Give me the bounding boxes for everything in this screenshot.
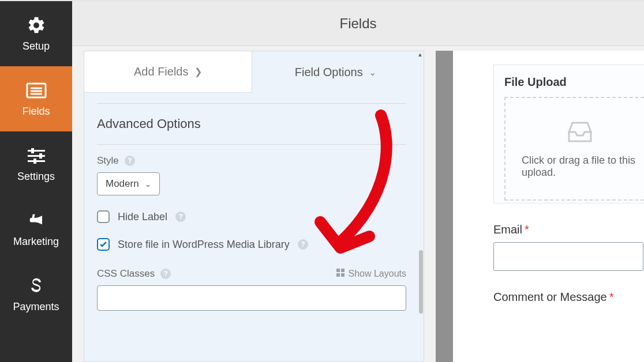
help-icon[interactable]: ? xyxy=(125,156,135,166)
style-value: Modern xyxy=(106,178,139,190)
file-upload-field[interactable]: File Upload Click or drag a file to this… xyxy=(493,65,644,203)
comment-label: Comment or Message xyxy=(493,291,607,303)
help-icon[interactable]: ? xyxy=(175,212,186,222)
sidebar-item-marketing[interactable]: Marketing xyxy=(0,197,72,262)
scrollbar-track[interactable]: ▲ xyxy=(419,51,424,362)
sidebar-item-payments[interactable]: Payments xyxy=(0,262,72,327)
sidebar-item-label: Fields xyxy=(22,105,50,118)
svg-rect-7 xyxy=(31,148,34,153)
show-layouts-label: Show Layouts xyxy=(348,269,406,279)
dollar-icon xyxy=(26,276,47,296)
gear-icon xyxy=(26,15,47,36)
svg-rect-5 xyxy=(28,155,45,157)
email-label: Email xyxy=(493,223,522,236)
css-classes-input[interactable] xyxy=(97,285,406,311)
section-title-advanced: Advanced Options xyxy=(97,104,406,144)
style-select[interactable]: Modern ⌄ xyxy=(97,172,160,195)
svg-rect-8 xyxy=(39,153,42,159)
sidebar-item-label: Setup xyxy=(23,40,50,52)
css-classes-label: CSS Classes xyxy=(97,268,155,280)
file-upload-title: File Upload xyxy=(504,76,644,89)
sidebar-item-label: Settings xyxy=(17,171,55,183)
tab-add-fields[interactable]: Add Fields ❯ xyxy=(84,51,252,93)
help-icon[interactable]: ? xyxy=(298,239,308,250)
store-media-checkbox[interactable] xyxy=(97,238,110,251)
divider xyxy=(97,144,406,145)
scroll-up-arrow[interactable]: ▲ xyxy=(417,51,423,58)
email-field-preview: Email* xyxy=(493,223,644,271)
inbox-icon xyxy=(566,119,594,146)
dropzone-text: Click or drag a file to this upload. xyxy=(522,154,638,179)
sidebar-item-settings[interactable]: Settings xyxy=(0,131,72,197)
tab-label: Field Options xyxy=(295,66,363,79)
svg-rect-11 xyxy=(341,269,345,272)
style-label: Style xyxy=(97,155,119,167)
hide-label-text: Hide Label xyxy=(118,211,167,223)
tab-field-options[interactable]: Field Options ⌄ xyxy=(252,51,420,93)
sidebar-item-label: Marketing xyxy=(13,236,59,248)
panel-divider xyxy=(436,51,453,362)
store-media-text: Store file in WordPress Media Library xyxy=(118,239,290,251)
scrollbar-thumb[interactable] xyxy=(419,250,423,314)
comment-field-preview: Comment or Message* xyxy=(493,291,644,304)
sliders-icon xyxy=(26,145,47,166)
page-title: Fields xyxy=(339,16,376,32)
file-dropzone[interactable]: Click or drag a file to this upload. xyxy=(504,97,644,201)
sidebar-item-label: Payments xyxy=(13,301,59,313)
svg-rect-10 xyxy=(336,269,340,272)
sidebar: Setup Fields Settings Marketing Payments xyxy=(0,1,72,362)
hide-label-checkbox[interactable] xyxy=(97,210,110,223)
page-header: Fields xyxy=(72,1,644,46)
help-icon[interactable]: ? xyxy=(160,269,171,279)
svg-rect-13 xyxy=(341,273,345,277)
svg-rect-12 xyxy=(336,273,340,277)
required-mark: * xyxy=(525,223,529,236)
svg-rect-4 xyxy=(28,150,45,152)
required-mark: * xyxy=(609,291,614,303)
chevron-right-icon: ❯ xyxy=(194,66,202,77)
sidebar-item-setup[interactable]: Setup xyxy=(0,1,72,66)
grid-icon xyxy=(336,269,345,279)
field-options-panel: Add Fields ❯ Field Options ⌄ Advanced Op… xyxy=(84,51,424,362)
bullhorn-icon xyxy=(26,210,47,231)
list-icon xyxy=(26,80,47,101)
email-input[interactable] xyxy=(493,242,643,271)
svg-rect-9 xyxy=(33,159,36,164)
sidebar-item-fields[interactable]: Fields xyxy=(0,66,72,131)
chevron-down-icon: ⌄ xyxy=(145,180,151,188)
show-layouts-button[interactable]: Show Layouts xyxy=(336,269,406,279)
chevron-down-icon: ⌄ xyxy=(369,67,376,78)
tab-label: Add Fields xyxy=(134,65,189,78)
form-preview: File Upload Click or drag a file to this… xyxy=(453,51,644,362)
